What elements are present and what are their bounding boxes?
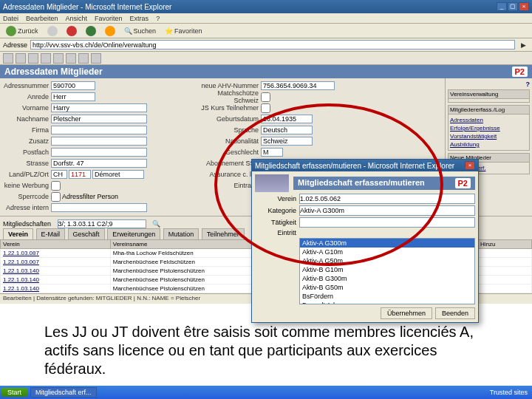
keine-werbung-label: keine Werbung xyxy=(3,182,49,189)
tab-teilnehmer[interactable]: Teilnehmer xyxy=(202,228,245,239)
star-icon: ⭐ xyxy=(165,27,173,35)
eintrade-label: Eintrage xyxy=(192,182,259,189)
jskurs-checkbox[interactable] xyxy=(261,103,270,113)
land-input[interactable] xyxy=(51,170,67,179)
toolbar-icon-4[interactable] xyxy=(41,53,51,64)
sprache-label: Sprache xyxy=(192,126,259,134)
link-ausbildung[interactable]: Ausbildung xyxy=(450,140,528,149)
list-item[interactable]: Aktiv-A G300m xyxy=(300,239,474,248)
geburtsdatum-input[interactable] xyxy=(261,115,313,123)
geschlecht-input[interactable] xyxy=(261,148,283,157)
postfach-input[interactable] xyxy=(51,148,147,157)
ie-toolbar: Zurück 🔍Suchen ⭐Favoriten xyxy=(0,24,532,38)
ie-titlebar: Adressdaten Mitglieder - Microsoft Inter… xyxy=(0,0,532,13)
popup-close-button[interactable]: × xyxy=(465,161,475,170)
minimize-button[interactable]: _ xyxy=(497,2,507,11)
popup-verein-input[interactable] xyxy=(299,194,475,204)
toolbar-icon-5[interactable] xyxy=(53,53,64,64)
adresse-input[interactable] xyxy=(30,40,515,50)
list-item[interactable]: Aktiv-B G300m xyxy=(300,274,474,283)
popup-ok-button[interactable]: Übernehmen xyxy=(381,307,432,319)
firma-input[interactable] xyxy=(51,126,147,134)
toolbar-icon-7[interactable] xyxy=(78,53,89,64)
favorites-button[interactable]: ⭐Favoriten xyxy=(162,26,205,36)
search-button[interactable]: 🔍Suchen xyxy=(121,26,160,36)
help-icon[interactable]: ? xyxy=(526,81,531,88)
menu-datei[interactable]: Datei xyxy=(3,15,18,22)
home-button[interactable] xyxy=(102,24,118,38)
taskbar-item-1[interactable]: Mitgliedschaft erf... xyxy=(30,387,97,398)
verein-link[interactable]: 1.22.1.03.140 xyxy=(3,267,39,274)
ort-input[interactable] xyxy=(92,170,144,179)
tab-erweiterungen[interactable]: Erweiterungen xyxy=(107,228,160,239)
link-vorstand[interactable]: Vorstandstätigkeit xyxy=(450,132,528,140)
plz-input[interactable] xyxy=(69,170,91,179)
link-adressdaten[interactable]: Adressdaten xyxy=(450,116,528,124)
zusatz-input[interactable] xyxy=(51,137,147,146)
popup-taetigkeit-input[interactable] xyxy=(299,217,475,228)
start-button[interactable]: Start xyxy=(1,388,27,397)
list-item[interactable]: Aktiv-B G10m xyxy=(300,265,474,274)
tab-geschaeft[interactable]: Geschäft xyxy=(68,228,105,239)
popup-title: Mitgliedschaft erfassen/mutieren - Micro… xyxy=(255,162,454,170)
zusatz-label: Zusatz xyxy=(3,137,49,145)
list-item[interactable]: Aktiv-B G50m xyxy=(300,283,474,292)
list-item[interactable]: Doppelt Adresse xyxy=(300,301,474,304)
strasse-input[interactable] xyxy=(51,159,147,168)
nachname-input[interactable] xyxy=(51,115,147,123)
tab-verein[interactable]: Verein xyxy=(3,228,33,239)
back-button[interactable]: Zurück xyxy=(3,24,41,38)
list-item[interactable]: Aktiv-A G50m xyxy=(300,256,474,265)
toolbar-icon-1[interactable] xyxy=(3,53,13,64)
menu-extras[interactable]: Extras xyxy=(130,15,149,22)
toolbar-icon-2[interactable] xyxy=(16,53,26,64)
vorname-input[interactable] xyxy=(51,103,147,112)
adressnummer-input[interactable] xyxy=(51,81,95,90)
menu-ansicht[interactable]: Ansicht xyxy=(66,15,88,22)
popup-cancel-button[interactable]: Beenden xyxy=(435,307,475,319)
link-erfolge[interactable]: Erfolge/Ergebnisse xyxy=(450,124,528,132)
sperrcode-checkbox[interactable] xyxy=(51,192,61,202)
maximize-button[interactable]: ▢ xyxy=(508,2,518,11)
tab-email[interactable]: E-Mail xyxy=(36,228,66,239)
close-button[interactable]: × xyxy=(519,2,529,11)
list-item[interactable]: Aktiv-A G10m xyxy=(300,248,474,256)
verein-link[interactable]: 1.22.1.03.087 xyxy=(3,250,39,256)
tab-mutation[interactable]: Mutation xyxy=(163,228,200,239)
keine-werbung-checkbox[interactable] xyxy=(51,181,61,191)
stop-button[interactable] xyxy=(64,24,80,38)
abonnement-label: Abonnement SSZ xyxy=(192,160,259,167)
ie-addressbar: Adresse ▶ xyxy=(0,38,532,52)
anrede-input[interactable] xyxy=(51,92,95,101)
adressnummer-label: Adressnummer xyxy=(3,82,49,89)
matchschuetze-label: Matchschütze Schweiz xyxy=(192,89,259,104)
mitgliedschaften-label: Mitgliedschaften xyxy=(3,220,51,228)
verein-link[interactable]: 1.22.1.03.140 xyxy=(3,276,39,283)
popup-category-list[interactable]: Aktiv-A G300mAktiv-A G10mAktiv-A G50mAkt… xyxy=(299,238,475,304)
menu-help[interactable]: ? xyxy=(156,15,160,22)
assurance-label: Assurance c. l. r. xyxy=(192,171,259,178)
neue-ahv-input[interactable] xyxy=(261,81,335,90)
tabs-search-icon[interactable]: 🔍 xyxy=(152,220,160,228)
verein-link[interactable]: 1.22.1.03.007 xyxy=(3,259,39,265)
toolbar-icon-6[interactable] xyxy=(66,53,76,64)
col-hinzu[interactable]: Hinzu xyxy=(477,240,531,249)
col-verein[interactable]: Verein xyxy=(1,240,111,249)
toolbar-icon-8[interactable] xyxy=(91,53,101,64)
menu-bearbeiten[interactable]: Bearbeiten xyxy=(26,15,58,22)
geburtsdatum-label: Geburtsdatum xyxy=(192,115,259,123)
go-button[interactable]: ▶ xyxy=(518,40,529,50)
matchschuetze-checkbox[interactable] xyxy=(261,92,270,102)
popup-kategorie-input[interactable] xyxy=(299,205,475,216)
forward-button[interactable] xyxy=(44,24,61,38)
menu-favoriten[interactable]: Favoriten xyxy=(95,15,123,22)
refresh-button[interactable] xyxy=(83,24,99,38)
mitgliedschaften-input[interactable] xyxy=(58,219,146,228)
nationalitaet-input[interactable] xyxy=(261,137,313,146)
list-item[interactable]: BsFördern xyxy=(300,292,474,301)
adressinterne-input[interactable] xyxy=(51,203,147,212)
sprache-input[interactable] xyxy=(261,126,313,134)
app-logo: P2 xyxy=(512,66,528,77)
toolbar-icon-3[interactable] xyxy=(28,53,38,64)
verein-link[interactable]: 1.22.1.03.140 xyxy=(3,285,39,292)
